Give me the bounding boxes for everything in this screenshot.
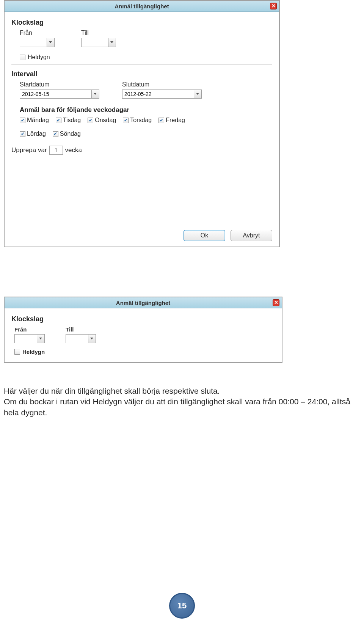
slutdatum-input[interactable] xyxy=(122,90,194,99)
from-input[interactable] xyxy=(14,334,37,343)
chevron-down-icon[interactable] xyxy=(194,90,202,99)
from-label: Från xyxy=(14,326,45,333)
chevron-down-icon[interactable] xyxy=(108,38,116,47)
day-checkbox[interactable]: ✔ xyxy=(20,131,25,137)
day-label: Lördag xyxy=(27,130,46,137)
repeat-input[interactable] xyxy=(49,146,63,155)
dialog-body: Klockslag Från Till xyxy=(5,308,282,362)
cancel-button[interactable]: Avbryt xyxy=(231,230,272,241)
from-label: Från xyxy=(20,30,55,36)
day-checkbox[interactable]: ✔ xyxy=(158,118,164,123)
day-saturday: ✔ Lördag xyxy=(20,130,46,137)
slutdatum-field: Slutdatum xyxy=(122,81,202,99)
availability-dialog-2: Anmäl tillgänglighet ✕ Klockslag Från Ti… xyxy=(4,297,282,363)
day-label: Torsdag xyxy=(130,117,152,124)
availability-dialog-1: Anmäl tillgänglighet ✕ Klockslag Från Ti… xyxy=(4,0,280,247)
day-label: Söndag xyxy=(60,130,81,137)
startdatum-label: Startdatum xyxy=(20,81,99,88)
dialog-title: Anmäl tillgänglighet xyxy=(115,3,169,9)
day-wednesday: ✔ Onsdag xyxy=(88,117,116,124)
till-input[interactable] xyxy=(81,38,108,47)
chevron-down-icon[interactable] xyxy=(47,38,55,47)
heldygn-row: Heldygn xyxy=(20,54,272,61)
heldygn-checkbox[interactable] xyxy=(14,349,20,355)
startdatum-field: Startdatum xyxy=(20,81,99,99)
page-number: 15 xyxy=(177,601,187,611)
day-checkbox[interactable]: ✔ xyxy=(53,131,58,137)
chevron-down-icon[interactable] xyxy=(88,334,96,343)
divider xyxy=(11,64,272,65)
chevron-down-icon[interactable] xyxy=(92,90,99,99)
day-label: Tisdag xyxy=(63,117,81,124)
close-icon[interactable]: ✕ xyxy=(273,299,279,306)
from-input[interactable] xyxy=(20,38,47,47)
klockslag-heading: Klockslag xyxy=(11,315,275,323)
day-checkbox[interactable]: ✔ xyxy=(123,118,129,123)
till-input[interactable] xyxy=(66,334,88,343)
dialog-titlebar: Anmäl tillgänglighet ✕ xyxy=(5,1,279,12)
paragraph-line-2: Om du bockar i rutan vid Heldygn väljer … xyxy=(4,397,350,416)
day-label: Måndag xyxy=(27,117,49,124)
klockslag-heading: Klockslag xyxy=(11,19,272,27)
dialog-titlebar: Anmäl tillgänglighet ✕ xyxy=(5,297,282,308)
dialog-footer: Ok Avbryt xyxy=(5,226,279,247)
repeat-row: Upprepa var vecka xyxy=(11,146,272,155)
day-label: Onsdag xyxy=(95,117,116,124)
heldygn-label: Heldygn xyxy=(28,54,50,61)
day-label: Fredag xyxy=(166,117,185,124)
from-field: Från xyxy=(14,326,45,343)
till-label: Till xyxy=(81,30,116,36)
heldygn-label: Heldygn xyxy=(22,349,45,355)
day-checkbox[interactable]: ✔ xyxy=(88,118,93,123)
paragraph-line-1: Här väljer du när din tillgänglighet ska… xyxy=(4,386,220,395)
till-field: Till xyxy=(81,30,116,47)
day-tuesday: ✔ Tisdag xyxy=(56,117,81,124)
close-icon[interactable]: ✕ xyxy=(270,3,277,9)
weekdays-heading: Anmäl bara för följande veckodagar xyxy=(20,106,272,114)
intervall-heading: Intervall xyxy=(11,70,272,78)
divider xyxy=(11,359,275,359)
day-friday: ✔ Fredag xyxy=(158,117,185,124)
till-label: Till xyxy=(66,326,96,333)
description-paragraph: Här väljer du när din tillgänglighet ska… xyxy=(4,386,360,418)
repeat-prefix: Upprepa var xyxy=(11,146,47,154)
day-checkbox[interactable]: ✔ xyxy=(56,118,61,123)
repeat-suffix: vecka xyxy=(65,146,82,154)
heldygn-checkbox[interactable] xyxy=(20,55,25,60)
ok-button[interactable]: Ok xyxy=(184,230,225,241)
startdatum-input[interactable] xyxy=(20,90,92,99)
till-field: Till xyxy=(66,326,96,343)
day-sunday: ✔ Söndag xyxy=(53,130,81,137)
chevron-down-icon[interactable] xyxy=(37,334,45,343)
slutdatum-label: Slutdatum xyxy=(122,81,202,88)
page-number-badge: 15 xyxy=(169,593,195,619)
heldygn-row: Heldygn xyxy=(14,349,275,355)
day-monday: ✔ Måndag xyxy=(20,117,49,124)
dialog-body: Klockslag Från Till xyxy=(5,12,279,162)
day-thursday: ✔ Torsdag xyxy=(123,117,152,124)
from-field: Från xyxy=(20,30,55,47)
dialog-title: Anmäl tillgänglighet xyxy=(116,300,170,306)
day-checkbox[interactable]: ✔ xyxy=(20,118,25,123)
